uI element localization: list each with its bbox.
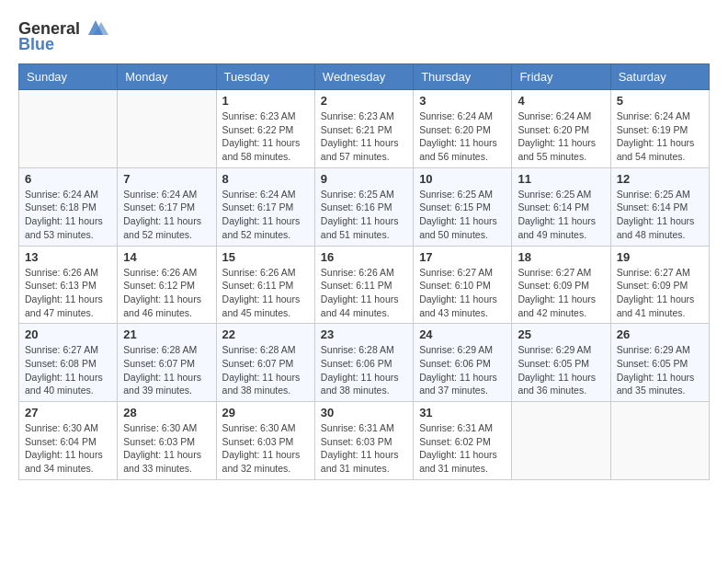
sunrise: Sunrise: 6:23 AM (222, 110, 296, 121)
calendar-cell: 16 Sunrise: 6:26 AM Sunset: 6:11 PM Dayl… (314, 246, 413, 324)
sunset: Sunset: 6:17 PM (222, 201, 294, 213)
sunrise: Sunrise: 6:23 AM (321, 110, 394, 121)
sunrise: Sunrise: 6:26 AM (123, 267, 197, 278)
daylight: Daylight: 11 hours and 43 minutes. (419, 293, 497, 318)
day-info: Sunrise: 6:31 AM Sunset: 6:03 PM Dayligh… (321, 421, 407, 476)
day-number: 17 (419, 250, 506, 264)
daylight: Daylight: 11 hours and 42 minutes. (518, 293, 596, 318)
sunrise: Sunrise: 6:30 AM (25, 422, 98, 433)
sunrise: Sunrise: 6:27 AM (25, 344, 98, 355)
day-info: Sunrise: 6:24 AM Sunset: 6:20 PM Dayligh… (419, 109, 506, 164)
daylight: Daylight: 11 hours and 40 minutes. (25, 372, 103, 396)
calendar-cell: 11 Sunrise: 6:25 AM Sunset: 6:14 PM Dayl… (512, 167, 610, 246)
day-info: Sunrise: 6:23 AM Sunset: 6:22 PM Dayligh… (222, 109, 309, 164)
header-wednesday: Wednesday (314, 64, 413, 90)
day-number: 13 (25, 250, 111, 264)
day-info: Sunrise: 6:25 AM Sunset: 6:14 PM Dayligh… (617, 188, 703, 242)
sunrise: Sunrise: 6:27 AM (617, 267, 690, 278)
day-number: 2 (321, 94, 407, 108)
calendar-cell (610, 402, 709, 480)
sunrise: Sunrise: 6:25 AM (419, 189, 493, 200)
week-row-2: 6 Sunrise: 6:24 AM Sunset: 6:18 PM Dayli… (19, 167, 710, 246)
sunset: Sunset: 6:20 PM (518, 124, 589, 135)
sunset: Sunset: 6:03 PM (321, 436, 392, 447)
sunset: Sunset: 6:06 PM (419, 358, 491, 369)
calendar-cell: 20 Sunrise: 6:27 AM Sunset: 6:08 PM Dayl… (19, 324, 118, 402)
day-info: Sunrise: 6:30 AM Sunset: 6:04 PM Dayligh… (25, 421, 111, 476)
sunset: Sunset: 6:11 PM (321, 280, 392, 291)
day-number: 7 (123, 172, 210, 186)
sunrise: Sunrise: 6:31 AM (321, 422, 394, 433)
calendar-cell: 5 Sunrise: 6:24 AM Sunset: 6:19 PM Dayli… (610, 90, 709, 168)
sunrise: Sunrise: 6:24 AM (419, 110, 493, 121)
day-info: Sunrise: 6:30 AM Sunset: 6:03 PM Dayligh… (222, 421, 309, 476)
daylight: Daylight: 11 hours and 56 minutes. (419, 137, 497, 162)
sunrise: Sunrise: 6:24 AM (123, 189, 197, 200)
sunrise: Sunrise: 6:29 AM (518, 344, 591, 355)
sunset: Sunset: 6:11 PM (222, 280, 294, 291)
calendar-cell: 4 Sunrise: 6:24 AM Sunset: 6:20 PM Dayli… (512, 90, 610, 168)
daylight: Daylight: 11 hours and 47 minutes. (25, 293, 103, 318)
calendar-cell: 19 Sunrise: 6:27 AM Sunset: 6:09 PM Dayl… (610, 246, 709, 324)
sunset: Sunset: 6:18 PM (25, 201, 97, 213)
sunrise: Sunrise: 6:31 AM (419, 422, 493, 433)
sunset: Sunset: 6:07 PM (123, 358, 195, 369)
daylight: Daylight: 11 hours and 54 minutes. (617, 137, 695, 162)
sunrise: Sunrise: 6:26 AM (222, 267, 296, 278)
sunrise: Sunrise: 6:29 AM (419, 344, 493, 355)
sunrise: Sunrise: 6:27 AM (419, 267, 493, 278)
header-thursday: Thursday (414, 64, 512, 90)
calendar-cell: 12 Sunrise: 6:25 AM Sunset: 6:14 PM Dayl… (610, 167, 709, 246)
daylight: Daylight: 11 hours and 41 minutes. (617, 293, 695, 318)
day-number: 18 (518, 250, 604, 264)
day-info: Sunrise: 6:27 AM Sunset: 6:08 PM Dayligh… (25, 343, 111, 397)
sunset: Sunset: 6:08 PM (25, 358, 97, 369)
daylight: Daylight: 11 hours and 50 minutes. (419, 215, 497, 240)
calendar-cell: 18 Sunrise: 6:27 AM Sunset: 6:09 PM Dayl… (512, 246, 610, 324)
day-info: Sunrise: 6:27 AM Sunset: 6:09 PM Dayligh… (617, 266, 703, 320)
daylight: Daylight: 11 hours and 38 minutes. (321, 372, 399, 396)
sunset: Sunset: 6:06 PM (321, 358, 392, 369)
sunrise: Sunrise: 6:24 AM (518, 110, 591, 121)
calendar-cell: 10 Sunrise: 6:25 AM Sunset: 6:15 PM Dayl… (414, 167, 512, 246)
calendar-cell: 26 Sunrise: 6:29 AM Sunset: 6:05 PM Dayl… (610, 324, 709, 402)
calendar-cell: 21 Sunrise: 6:28 AM Sunset: 6:07 PM Dayl… (118, 324, 216, 402)
calendar-cell: 28 Sunrise: 6:30 AM Sunset: 6:03 PM Dayl… (118, 402, 216, 480)
daylight: Daylight: 11 hours and 48 minutes. (617, 215, 695, 240)
page-header: General Blue (18, 18, 710, 54)
day-number: 20 (25, 327, 111, 341)
sunrise: Sunrise: 6:24 AM (617, 110, 690, 121)
calendar-cell: 29 Sunrise: 6:30 AM Sunset: 6:03 PM Dayl… (216, 402, 314, 480)
sunset: Sunset: 6:04 PM (25, 436, 97, 447)
day-number: 15 (222, 250, 309, 264)
calendar-cell: 27 Sunrise: 6:30 AM Sunset: 6:04 PM Dayl… (19, 402, 118, 480)
day-number: 19 (617, 250, 703, 264)
calendar-cell: 1 Sunrise: 6:23 AM Sunset: 6:22 PM Dayli… (216, 90, 314, 168)
day-info: Sunrise: 6:24 AM Sunset: 6:17 PM Dayligh… (123, 188, 210, 242)
day-number: 4 (518, 94, 604, 108)
daylight: Daylight: 11 hours and 36 minutes. (518, 372, 596, 396)
sunset: Sunset: 6:09 PM (518, 280, 589, 291)
sunrise: Sunrise: 6:26 AM (25, 267, 98, 278)
sunrise: Sunrise: 6:30 AM (123, 422, 197, 433)
sunrise: Sunrise: 6:26 AM (321, 267, 394, 278)
day-number: 26 (617, 327, 703, 341)
logo-icon (83, 18, 108, 39)
logo: General Blue (18, 18, 108, 54)
header-tuesday: Tuesday (216, 64, 314, 90)
sunrise: Sunrise: 6:24 AM (25, 189, 98, 200)
daylight: Daylight: 11 hours and 58 minutes. (222, 137, 301, 162)
daylight: Daylight: 11 hours and 39 minutes. (123, 372, 201, 396)
day-number: 3 (419, 94, 506, 108)
day-info: Sunrise: 6:25 AM Sunset: 6:15 PM Dayligh… (419, 188, 506, 242)
daylight: Daylight: 11 hours and 38 minutes. (222, 372, 301, 396)
header-monday: Monday (118, 64, 216, 90)
calendar-cell: 3 Sunrise: 6:24 AM Sunset: 6:20 PM Dayli… (414, 90, 512, 168)
daylight: Daylight: 11 hours and 52 minutes. (222, 215, 301, 240)
sunset: Sunset: 6:16 PM (321, 201, 392, 213)
sunrise: Sunrise: 6:27 AM (518, 267, 591, 278)
day-info: Sunrise: 6:29 AM Sunset: 6:06 PM Dayligh… (419, 343, 506, 397)
day-info: Sunrise: 6:27 AM Sunset: 6:09 PM Dayligh… (518, 266, 604, 320)
daylight: Daylight: 11 hours and 45 minutes. (222, 293, 301, 318)
day-number: 11 (518, 172, 604, 186)
